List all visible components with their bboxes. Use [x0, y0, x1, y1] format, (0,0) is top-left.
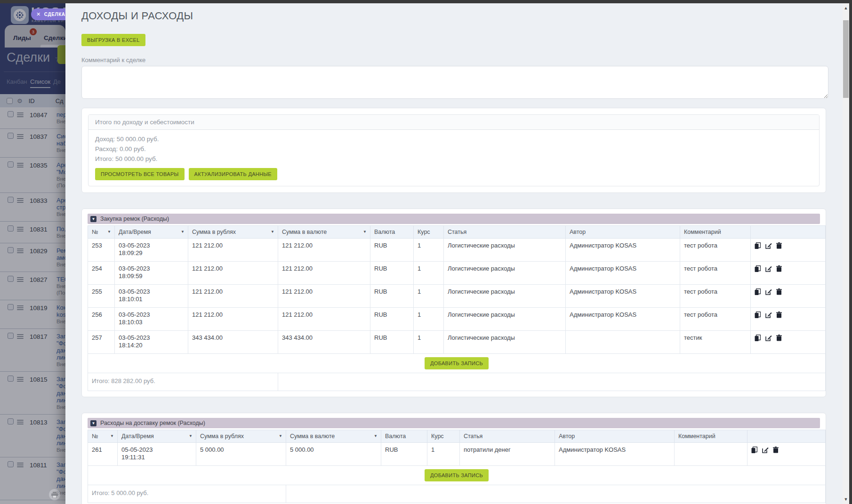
copy-icon[interactable]	[755, 242, 761, 249]
expense-table-card-0: ▼ Закупка ремок (Расходы) №▼Дата/Время▼С…	[81, 208, 826, 397]
cell-comment: тестик	[680, 331, 751, 354]
close-icon: ✕	[36, 11, 41, 17]
edit-icon[interactable]	[765, 312, 772, 318]
column-header-Валюта: Валюта	[370, 226, 414, 239]
cell-amount-rub: 5 000.00	[196, 443, 286, 466]
cell-article: Логистические расходы	[444, 308, 566, 331]
copy-icon[interactable]	[755, 312, 761, 318]
sort-filter-arrow-icon[interactable]: ▼	[374, 434, 378, 438]
add-record-button[interactable]: ДОБАВИТЬ ЗАПИСЬ	[425, 357, 489, 369]
edit-icon[interactable]	[765, 288, 772, 295]
cell-currency: RUB	[370, 285, 414, 308]
table-row: 25603-05-202318:10:03121 212.00121 212.0…	[88, 308, 826, 331]
copy-icon[interactable]	[751, 447, 758, 453]
window-top-edge	[0, 0, 852, 3]
cell-comment: тест робота	[680, 262, 751, 285]
table-row: 26105-05-202319:11:315 000.005 000.00RUB…	[88, 443, 826, 466]
column-header-Курс: Курс	[414, 226, 444, 239]
column-header-№[interactable]: №▼	[88, 226, 115, 239]
cell-datetime: 05-05-202319:11:31	[118, 443, 196, 466]
delete-icon[interactable]	[776, 335, 783, 341]
cell-actions	[751, 285, 826, 308]
table-collapse-bar[interactable]: ▼ Закупка ремок (Расходы)	[88, 214, 820, 224]
column-header-Дата/Время[interactable]: Дата/Время▼	[118, 430, 196, 443]
table-row: 25703-05-202318:14:20343 434.00343 434.0…	[88, 331, 826, 354]
sort-filter-arrow-icon[interactable]: ▼	[181, 230, 185, 234]
delete-icon[interactable]	[776, 312, 783, 318]
scroll-up-arrow-icon[interactable]: ▲	[843, 4, 849, 12]
sort-filter-arrow-icon[interactable]: ▼	[271, 230, 274, 234]
table-row: 25303-05-202318:09:29121 212.00121 212.0…	[88, 239, 826, 262]
expense-total-line: Расход: 0.00 руб.	[95, 144, 812, 154]
cell-amount-rub: 121 212.00	[188, 308, 278, 331]
cell-amount-currency: 121 212.00	[278, 239, 370, 262]
table-row: 25403-05-202318:09:59121 212.00121 212.0…	[88, 262, 826, 285]
edit-icon[interactable]	[765, 265, 772, 272]
summary-top-card: Итого по доходу и себестоимости Доход: 5…	[81, 108, 826, 193]
cell-author: Администратор KOSAS	[566, 262, 680, 285]
cell-currency: RUB	[381, 443, 427, 466]
cell-rate: 1	[414, 239, 444, 262]
copy-icon[interactable]	[755, 288, 761, 295]
close-slider-button[interactable]: ✕ СДЕЛКА	[31, 8, 65, 20]
cell-datetime: 03-05-202318:10:03	[115, 308, 188, 331]
edit-icon[interactable]	[765, 335, 772, 341]
copy-icon[interactable]	[755, 335, 761, 341]
print-button[interactable]	[49, 489, 60, 500]
delete-icon[interactable]	[773, 447, 780, 453]
window-right-edge	[849, 0, 852, 504]
column-header-Сумма в валюте[interactable]: Сумма в валюте▼	[286, 430, 381, 443]
delete-icon[interactable]	[776, 265, 783, 272]
slider-entity-label: СДЕЛКА	[44, 12, 65, 17]
column-header-Статья: Статья	[444, 226, 566, 239]
cell-datetime: 03-05-202318:09:59	[115, 262, 188, 285]
modal-backdrop[interactable]	[0, 3, 65, 504]
vertical-scrollbar[interactable]: ▲ ▼	[843, 3, 849, 504]
cell-amount-currency: 5 000.00	[286, 443, 381, 466]
scrollbar-thumb[interactable]	[843, 20, 849, 98]
refresh-data-button[interactable]: АКТУАЛИЗИРОВАТЬ ДАННЫЕ	[189, 168, 277, 180]
sort-filter-arrow-icon[interactable]: ▼	[110, 434, 114, 438]
cell-rate: 1	[414, 262, 444, 285]
cell-rate: 1	[414, 308, 444, 331]
deal-comment-textarea[interactable]	[81, 66, 828, 99]
column-header-№[interactable]: №▼	[88, 430, 118, 443]
cell-author: Администратор KOSAS	[566, 285, 680, 308]
column-header-actions	[751, 226, 826, 239]
delete-icon[interactable]	[776, 242, 783, 249]
cell-author: Администратор KOSAS	[566, 239, 680, 262]
edit-icon[interactable]	[765, 242, 772, 249]
copy-icon[interactable]	[755, 265, 761, 272]
sort-filter-arrow-icon[interactable]: ▼	[279, 434, 282, 438]
add-record-button[interactable]: ДОБАВИТЬ ЗАПИСЬ	[425, 469, 489, 481]
view-all-products-button[interactable]: ПРОСМОТРЕТЬ ВСЕ ТОВАРЫ	[95, 168, 185, 180]
export-excel-button[interactable]: ВЫГРУЗКА В EXCEL	[81, 34, 145, 46]
expense-records-table: №▼Дата/Время▼Сумма в рублях▼Сумма в валю…	[88, 430, 826, 503]
cell-amount-rub: 121 212.00	[188, 239, 278, 262]
column-header-Сумма в рублях[interactable]: Сумма в рублях▼	[196, 430, 286, 443]
column-header-Дата/Время[interactable]: Дата/Время▼	[115, 226, 188, 239]
cell-amount-rub: 343 434.00	[188, 331, 278, 354]
cell-amount-currency: 121 212.00	[278, 308, 370, 331]
sort-filter-arrow-icon[interactable]: ▼	[189, 434, 193, 438]
column-header-Сумма в валюте[interactable]: Сумма в валюте▼	[278, 226, 370, 239]
scroll-down-arrow-icon[interactable]: ▼	[843, 496, 849, 503]
column-header-Сумма в рублях[interactable]: Сумма в рублях▼	[188, 226, 278, 239]
cell-rate: 1	[414, 331, 444, 354]
column-header-Курс: Курс	[427, 430, 460, 443]
cell-number: 254	[88, 262, 115, 285]
edit-icon[interactable]	[762, 447, 769, 453]
table-collapse-bar[interactable]: ▼ Расходы на доставку ремок (Расходы)	[88, 418, 820, 428]
delete-icon[interactable]	[776, 288, 783, 295]
expense-table-0: №▼Дата/Время▼Сумма в рублях▼Сумма в валю…	[88, 225, 820, 391]
cell-amount-currency: 343 434.00	[278, 331, 370, 354]
cell-comment: тест робота	[680, 239, 751, 262]
cell-actions	[748, 443, 826, 466]
cell-datetime: 03-05-202318:10:01	[115, 285, 188, 308]
column-header-Комментарий: Комментарий	[680, 226, 751, 239]
cell-actions	[751, 308, 826, 331]
table-row: 25503-05-202318:10:01121 212.00121 212.0…	[88, 285, 826, 308]
sort-filter-arrow-icon[interactable]: ▼	[107, 230, 111, 234]
sort-filter-arrow-icon[interactable]: ▼	[363, 230, 367, 234]
income-expenses-panel: ДОХОДЫ И РАСХОДЫ ВЫГРУЗКА В EXCEL Коммен…	[65, 3, 843, 504]
